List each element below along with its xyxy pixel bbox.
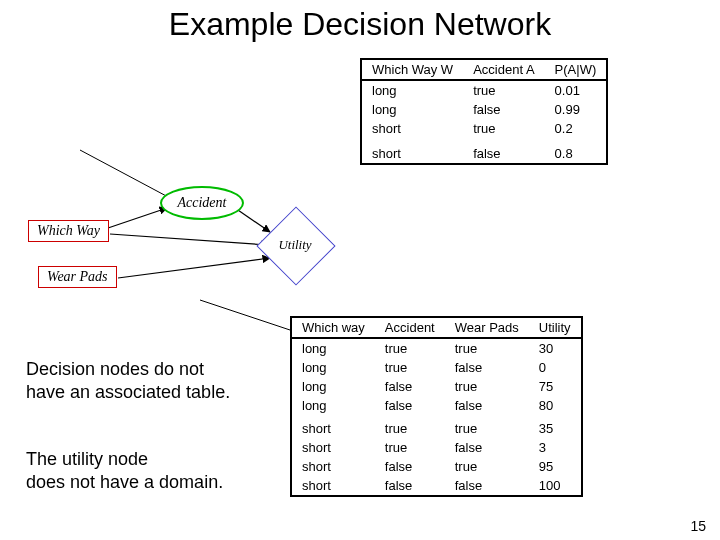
svg-line-5 — [200, 300, 290, 330]
node-label: Which Way — [37, 223, 100, 238]
text-line: The utility node — [26, 449, 148, 469]
probability-table: Which Way W Accident A P(A|W) long true … — [360, 58, 608, 165]
table-row: long false false 80 — [291, 396, 582, 415]
table-row: long true 0.01 — [361, 80, 607, 100]
node-label: Utility — [268, 218, 322, 272]
table-row: short false 0.8 — [361, 138, 607, 164]
col-accident: Accident A — [463, 59, 544, 80]
node-accident: Accident — [160, 186, 244, 220]
node-utility: Utility — [268, 218, 324, 274]
table-row: long true false 0 — [291, 358, 582, 377]
svg-line-0 — [108, 208, 167, 228]
svg-line-1 — [235, 208, 270, 232]
svg-line-4 — [80, 150, 170, 198]
slide: Example Decision Network Which Way W Acc… — [0, 0, 720, 540]
body-text-decision-nodes: Decision nodes do not have an associated… — [26, 358, 286, 403]
utility-table: Which way Accident Wear Pads Utility lon… — [290, 316, 583, 497]
col-which-way: Which way — [291, 317, 375, 338]
table-header-row: Which way Accident Wear Pads Utility — [291, 317, 582, 338]
page-number: 15 — [690, 518, 706, 534]
node-label: Wear Pads — [47, 269, 108, 284]
table-row: long false true 75 — [291, 377, 582, 396]
table-row: short true false 3 — [291, 438, 582, 457]
col-accident: Accident — [375, 317, 445, 338]
col-wear-pads: Wear Pads — [445, 317, 529, 338]
table-row: long false 0.99 — [361, 100, 607, 119]
svg-line-3 — [118, 258, 270, 278]
node-wear-pads: Wear Pads — [38, 266, 117, 288]
col-utility: Utility — [529, 317, 582, 338]
node-which-way: Which Way — [28, 220, 109, 242]
table-row: long true true 30 — [291, 338, 582, 358]
table-row: short true true 35 — [291, 415, 582, 438]
decision-network-diagram: Accident Which Way Wear Pads Utility — [20, 170, 340, 330]
col-paw: P(A|W) — [545, 59, 608, 80]
node-label: Accident — [178, 195, 227, 211]
slide-title: Example Decision Network — [0, 6, 720, 43]
svg-line-2 — [110, 234, 268, 245]
text-line: Decision nodes do not — [26, 359, 204, 379]
table-row: short true 0.2 — [361, 119, 607, 138]
table-header-row: Which Way W Accident A P(A|W) — [361, 59, 607, 80]
body-text-utility-node: The utility node does not have a domain. — [26, 448, 286, 493]
text-line: does not have a domain. — [26, 472, 223, 492]
text-line: have an associated table. — [26, 382, 230, 402]
table-row: short false true 95 — [291, 457, 582, 476]
col-which-way: Which Way W — [361, 59, 463, 80]
table-row: short false false 100 — [291, 476, 582, 496]
